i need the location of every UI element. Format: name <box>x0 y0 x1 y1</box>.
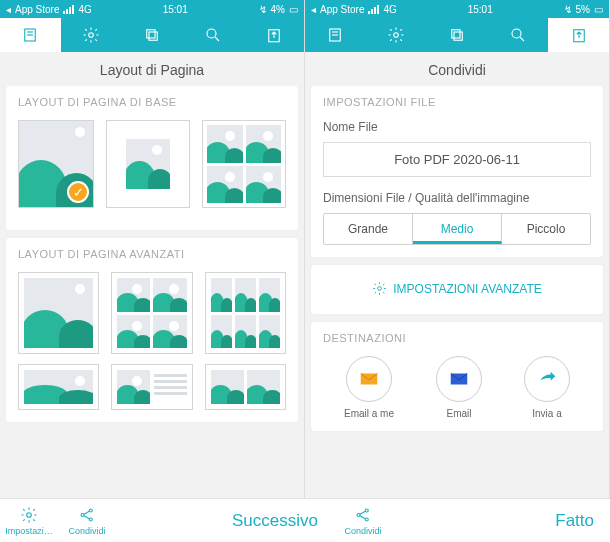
svg-line-26 <box>84 515 89 518</box>
svg-point-23 <box>89 509 92 512</box>
advanced-layouts-header: LAYOUT DI PAGINA AVANZATI <box>18 248 286 260</box>
signal-icon <box>368 5 379 14</box>
back-chevron-icon[interactable]: ◂ <box>6 4 11 15</box>
bottom-tab-label: Impostazi… <box>5 526 53 536</box>
quality-medium[interactable]: Medio <box>413 214 502 244</box>
layout-adv-4[interactable] <box>18 364 99 410</box>
page-icon <box>326 26 344 44</box>
back-chevron-icon[interactable]: ◂ <box>311 4 316 15</box>
status-battery: 4% <box>271 4 285 15</box>
layout-full-page[interactable]: ✓ <box>18 120 94 208</box>
status-time: 15:01 <box>468 4 493 15</box>
signal-icon <box>63 5 74 14</box>
svg-line-7 <box>215 37 219 41</box>
basic-layouts-card: LAYOUT DI PAGINA DI BASE ✓ <box>6 86 298 230</box>
copies-icon <box>143 26 161 44</box>
bottom-tab-share-right[interactable]: Condividi <box>334 506 392 536</box>
share-nodes-icon <box>78 506 96 524</box>
page-icon <box>21 26 39 44</box>
toolbar-export[interactable] <box>243 18 304 52</box>
quality-small[interactable]: Piccolo <box>502 214 590 244</box>
layout-single-center[interactable] <box>106 120 190 208</box>
status-back[interactable]: App Store <box>320 4 364 15</box>
share-arrow-icon <box>536 368 558 390</box>
status-net: 4G <box>78 4 91 15</box>
status-time: 15:01 <box>163 4 188 15</box>
layout-adv-2[interactable] <box>111 272 192 354</box>
bottom-tab-label: Condividi <box>344 526 381 536</box>
toolbar-layout[interactable] <box>0 18 61 52</box>
toolbar-export[interactable] <box>548 18 609 52</box>
top-toolbar <box>305 18 609 52</box>
search-icon <box>509 26 527 44</box>
dest-email[interactable]: Email <box>436 356 482 419</box>
dest-email-me[interactable]: Email a me <box>344 356 394 419</box>
layout-adv-5[interactable] <box>111 364 192 410</box>
svg-point-15 <box>512 29 521 38</box>
status-back[interactable]: App Store <box>15 4 59 15</box>
dest-label: Invia a <box>532 408 561 419</box>
page-title: Layout di Pagina <box>0 52 304 86</box>
battery-icon: ▭ <box>594 4 603 15</box>
gear-icon <box>82 26 100 44</box>
svg-line-30 <box>360 511 365 514</box>
dest-label: Email <box>446 408 471 419</box>
svg-point-22 <box>81 513 84 516</box>
toolbar-settings[interactable] <box>366 18 427 52</box>
bottom-tab-label: Condividi <box>68 526 105 536</box>
destinations-card: DESTINAZIONI Email a me Email <box>311 322 603 431</box>
file-settings-card: IMPOSTAZIONI FILE Nome File Dimensioni F… <box>311 86 603 257</box>
svg-line-25 <box>84 511 89 514</box>
quality-label: Dimensioni File / Qualità dell'immagine <box>323 191 591 205</box>
status-bar: ◂ App Store 4G 15:01 ↯ 4% ▭ <box>0 0 304 18</box>
file-settings-header: IMPOSTAZIONI FILE <box>323 96 591 108</box>
toolbar-settings[interactable] <box>61 18 122 52</box>
layout-adv-6[interactable] <box>205 364 286 410</box>
quality-segmented: Grande Medio Piccolo <box>323 213 591 245</box>
battery-icon: ▭ <box>289 4 298 15</box>
lightning-icon: ↯ <box>259 4 267 15</box>
advanced-settings-link-card[interactable]: IMPOSTAZIONI AVANZATE <box>311 265 603 314</box>
layout-grid-2x2[interactable] <box>202 120 286 208</box>
svg-point-24 <box>89 518 92 521</box>
check-icon: ✓ <box>67 181 89 203</box>
toolbar-layout[interactable] <box>305 18 366 52</box>
status-battery: 5% <box>576 4 590 15</box>
dest-send-to[interactable]: Invia a <box>524 356 570 419</box>
bottom-primary-next[interactable]: Successivo <box>116 511 334 531</box>
bottom-tab-settings[interactable]: Impostazi… <box>0 506 58 536</box>
advanced-layouts-card: LAYOUT DI PAGINA AVANZATI <box>6 238 298 422</box>
share-nodes-icon <box>354 506 372 524</box>
copies-icon <box>448 26 466 44</box>
svg-rect-5 <box>147 30 155 38</box>
export-icon <box>265 26 283 44</box>
toolbar-search[interactable] <box>182 18 243 52</box>
filename-label: Nome File <box>323 120 591 134</box>
gear-icon <box>387 26 405 44</box>
svg-line-31 <box>360 515 365 518</box>
toolbar-copies[interactable] <box>122 18 183 52</box>
basic-layouts-header: LAYOUT DI PAGINA DI BASE <box>18 96 286 108</box>
dest-label: Email a me <box>344 408 394 419</box>
layout-adv-1[interactable] <box>18 272 99 354</box>
toolbar-copies[interactable] <box>427 18 488 52</box>
svg-point-6 <box>207 29 216 38</box>
svg-line-16 <box>520 37 524 41</box>
bottom-bar: Impostazi… Condividi Successivo Condivid… <box>0 498 610 542</box>
filename-input[interactable] <box>323 142 591 177</box>
svg-rect-13 <box>454 32 462 40</box>
svg-point-21 <box>27 512 32 517</box>
bottom-primary-done[interactable]: Fatto <box>392 511 610 531</box>
svg-point-18 <box>378 287 382 291</box>
svg-point-29 <box>365 518 368 521</box>
bottom-tab-share[interactable]: Condividi <box>58 506 116 536</box>
svg-rect-14 <box>452 30 460 38</box>
advanced-settings-label: IMPOSTAZIONI AVANZATE <box>393 282 541 296</box>
gear-icon <box>372 281 387 296</box>
toolbar-search[interactable] <box>487 18 548 52</box>
layout-adv-3[interactable] <box>205 272 286 354</box>
screen-share: ◂ App Store 4G 15:01 ↯ 5% ▭ <box>305 0 610 498</box>
quality-large[interactable]: Grande <box>324 214 413 244</box>
svg-point-12 <box>394 33 399 38</box>
svg-rect-4 <box>149 32 157 40</box>
